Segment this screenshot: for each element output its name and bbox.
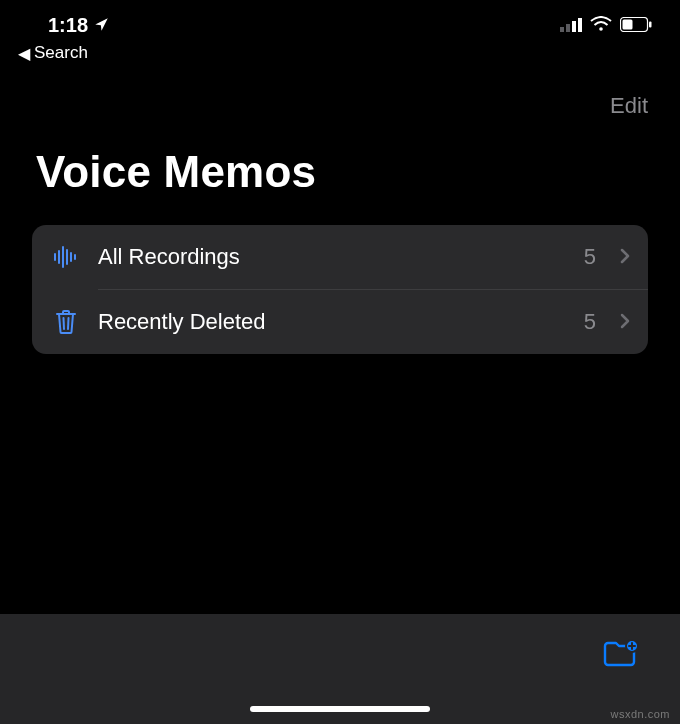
- home-indicator[interactable]: [250, 706, 430, 712]
- chevron-right-icon: [620, 311, 630, 334]
- back-nav[interactable]: ◀ Search: [0, 41, 680, 73]
- folder-all-recordings[interactable]: All Recordings 5: [32, 225, 648, 289]
- wifi-icon: [590, 14, 612, 37]
- svg-line-14: [64, 318, 65, 329]
- status-bar: 1:18: [0, 0, 680, 41]
- new-folder-button[interactable]: [602, 638, 640, 671]
- folder-count: 5: [584, 244, 596, 270]
- waveform-icon: [52, 243, 80, 271]
- svg-point-4: [599, 27, 603, 31]
- svg-line-15: [68, 318, 69, 329]
- location-icon: [94, 14, 109, 37]
- folder-label: All Recordings: [98, 244, 566, 270]
- new-folder-icon: [602, 656, 640, 671]
- svg-rect-7: [649, 22, 652, 28]
- edit-button[interactable]: Edit: [610, 93, 648, 119]
- watermark: wsxdn.com: [610, 708, 670, 720]
- folder-label: Recently Deleted: [98, 309, 566, 335]
- chevron-right-icon: [620, 246, 630, 269]
- nav-bar: Edit: [0, 73, 680, 119]
- status-time: 1:18: [48, 14, 88, 37]
- status-right: [560, 14, 652, 37]
- trash-icon: [52, 308, 80, 336]
- battery-icon: [620, 14, 652, 37]
- svg-rect-1: [566, 24, 570, 32]
- cellular-icon: [560, 14, 582, 37]
- svg-rect-2: [572, 21, 576, 32]
- back-label: Search: [34, 43, 88, 63]
- page-title: Voice Memos: [0, 119, 680, 225]
- folder-count: 5: [584, 309, 596, 335]
- folder-recently-deleted[interactable]: Recently Deleted 5: [32, 290, 648, 354]
- svg-rect-6: [623, 20, 633, 30]
- svg-rect-0: [560, 27, 564, 32]
- folder-list: All Recordings 5 Recently Deleted 5: [32, 225, 648, 354]
- back-chevron-icon: ◀: [18, 44, 30, 63]
- status-left: 1:18: [48, 14, 109, 37]
- svg-rect-3: [578, 18, 582, 32]
